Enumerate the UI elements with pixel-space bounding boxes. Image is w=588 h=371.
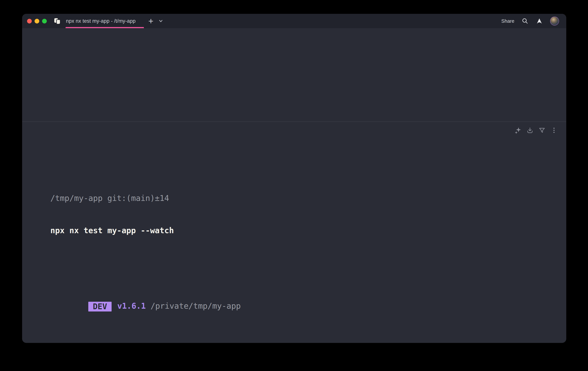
more-options-kebab-icon[interactable]	[550, 127, 557, 134]
minimize-window-button[interactable]	[35, 19, 39, 23]
block-action-bar	[514, 127, 557, 134]
vitest-cwd: /private/tmp/my-app	[146, 301, 241, 310]
vitest-header-line: DEVv1.6.1 /private/tmp/my-app	[50, 291, 559, 322]
traffic-lights	[27, 19, 47, 23]
command-text: npx nx test my-app --watch	[50, 226, 559, 236]
zoom-window-button[interactable]	[42, 19, 47, 23]
tab-bar: npx nx test my-app - /t/my-app + Share	[22, 14, 566, 28]
new-tab-button[interactable]: +	[148, 17, 154, 25]
share-button[interactable]: Share	[501, 18, 514, 24]
ai-sparkles-icon[interactable]	[514, 127, 522, 134]
tab-active[interactable]: npx nx test my-app - /t/my-app	[54, 14, 141, 28]
filter-output-icon[interactable]	[538, 127, 546, 134]
download-output-icon[interactable]	[526, 127, 534, 134]
tab-list-chevron-down-icon[interactable]	[158, 18, 164, 24]
terminal-window: npx nx test my-app - /t/my-app + Share	[22, 14, 566, 343]
user-avatar[interactable]	[550, 17, 559, 26]
command-block: /tmp/my-app git:(main)±14 npx nx test my…	[22, 122, 566, 343]
shell-prompt: /tmp/my-app git:(main)±14	[50, 193, 559, 203]
search-icon[interactable]	[522, 18, 529, 25]
pages-icon	[54, 18, 61, 24]
terminal-content: /tmp/my-app git:(main)±14 npx nx test my…	[22, 28, 566, 343]
dev-badge: DEV	[88, 302, 112, 311]
tab-title: npx nx test my-app - /t/my-app	[66, 18, 136, 24]
close-window-button[interactable]	[27, 19, 32, 23]
vitest-version: v1.6.1	[117, 301, 146, 310]
warp-logo-icon[interactable]	[536, 18, 543, 25]
scrollback-empty-area	[22, 28, 566, 122]
